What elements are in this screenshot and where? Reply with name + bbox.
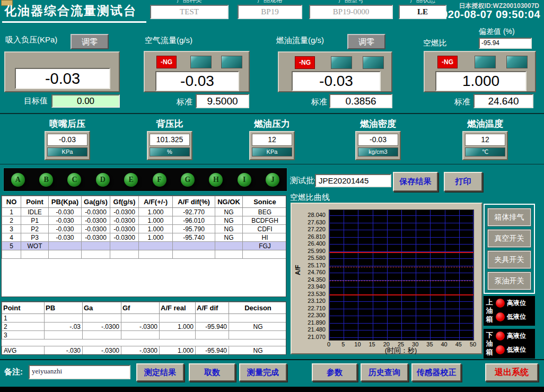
fuel-flow-zero-button[interactable]: 调零	[347, 34, 385, 49]
status-ball-J: J	[266, 173, 279, 187]
gauge-value-display: 101.325	[150, 134, 190, 146]
x-tick-label: 5	[337, 341, 349, 347]
gridline	[329, 210, 330, 340]
tank-name: 上油箱	[485, 298, 494, 324]
indicator-light	[190, 56, 212, 68]
measure-result-button[interactable]: 测定结果	[136, 363, 184, 381]
column-header: Decison	[229, 302, 287, 314]
cell: HI	[243, 233, 287, 242]
measure-complete-button[interactable]: 测量完成	[239, 363, 287, 381]
cell	[215, 242, 243, 250]
indicator-light	[331, 56, 352, 69]
af-ratio-std-label: 标准	[454, 97, 470, 107]
gauge-frame: 101.325%	[147, 131, 192, 160]
tank-high-row: 高液位	[496, 332, 526, 341]
fuel-flow-std-label: 标准	[311, 97, 327, 107]
y-tick-label: 27.630	[294, 219, 326, 225]
target-value-field[interactable]: 0.00	[51, 94, 120, 108]
tank-low-label: 低液位	[507, 312, 526, 321]
table-row[interactable]: 4P3-0.030-0.0300-0.03001.000-95.740NGHI	[2, 233, 287, 242]
remark-input[interactable]: yeiyuanzhi	[29, 365, 130, 379]
exit-system-button[interactable]: 退出系统	[485, 363, 538, 381]
column-header: A/F dif(%)	[173, 196, 215, 208]
fuel-flow-label: 燃油流量(g/s)	[276, 36, 324, 46]
column-header: NG/OK	[215, 196, 243, 208]
y-tick-label: 27.220	[294, 226, 326, 232]
table-row[interactable]: 2P1-0.030-0.0300-0.03001.000-96.010NGBCD…	[2, 216, 287, 225]
y-tick-label: 25.580	[294, 255, 326, 261]
print-button[interactable]: 打印	[444, 172, 482, 191]
vacuum-switch-button[interactable]: 真空开关	[488, 230, 531, 247]
batch-number-input[interactable]: JPE20201445	[315, 174, 391, 187]
gridline	[401, 210, 402, 340]
product-field[interactable]: 产品规格BP19	[238, 5, 302, 19]
gauge-value-display: 12	[465, 134, 505, 146]
cell: NG	[215, 208, 243, 216]
gridline	[358, 210, 358, 340]
sensor-calibrate-button[interactable]: 传感器校正	[411, 363, 461, 381]
cell: -0.0300	[82, 216, 110, 225]
cell: -92.770	[173, 208, 215, 216]
air-flow-std-field[interactable]: 9.5000	[196, 94, 249, 108]
oil-pump-switch-button[interactable]: 泵油开关	[488, 272, 531, 290]
fuel-flow-std-field[interactable]: 0.3856	[329, 94, 392, 108]
y-tick-label: 25.170	[294, 262, 326, 268]
gridline	[344, 210, 344, 340]
table-row[interactable]: 3P2-0.030-0.0300-0.03001.000-95.790NGCDF…	[2, 225, 287, 233]
cell: WOT	[21, 242, 49, 250]
cell: NG	[215, 216, 243, 225]
gauge-unit-bar: %	[150, 147, 190, 156]
save-result-button[interactable]: 保存结果	[393, 172, 438, 191]
valve-group: 箱体排气真空开关夹具开关泵油开关	[484, 204, 535, 294]
history-query-button[interactable]: 历史查询	[361, 363, 408, 381]
gauge-label: 燃油密度	[325, 118, 431, 130]
indicator-light	[506, 56, 528, 68]
suction-zero-button[interactable]: 调零	[71, 34, 109, 49]
af-ratio-std-field[interactable]: 24.640	[473, 94, 533, 108]
cell: -0.0300	[110, 216, 139, 225]
status-ball-E: E	[124, 173, 138, 187]
table-row[interactable]: 1IDLE-0.030-0.0300-0.03001.000-92.770NGB…	[2, 208, 287, 216]
table-row[interactable]	[2, 250, 287, 259]
table-row[interactable]: 3	[2, 331, 287, 339]
product-field-label: 产品规格	[257, 0, 283, 5]
gauge-value-display: -0.03	[47, 134, 87, 146]
suction-label: 吸入负压(KPa)	[5, 35, 57, 45]
params-button[interactable]: 参数	[312, 363, 357, 381]
table-row[interactable]: AVG-.030-.0300-.03001.000-95.940NG	[2, 346, 287, 355]
lower-table: PointPBGaGfA/F realA/F difDecison12-.03-…	[1, 301, 286, 355]
gauge-frame: 12KPa	[249, 131, 295, 160]
af-ratio-panel: -NG 1.000	[424, 51, 536, 92]
table-row[interactable]: 1	[2, 314, 287, 323]
status-ball-C: C	[67, 173, 81, 187]
air-flow-label: 空气流量(g/s)	[145, 36, 192, 46]
column-header: Point	[2, 302, 45, 314]
cell	[196, 331, 229, 339]
cell: 1.000	[139, 233, 173, 242]
deviation-value-field[interactable]: -95.94	[479, 38, 532, 49]
test-bench-screen: 化油器综合流量测试台 产品种类TEST产品规格BP19产品型号BP19-0000…	[0, 0, 544, 392]
cell	[229, 314, 287, 323]
cell	[45, 314, 83, 323]
gauge-unit-bar: ℃	[465, 147, 505, 156]
x-tick-label: 0	[322, 341, 335, 347]
take-data-button[interactable]: 取数	[189, 363, 235, 381]
af-ratio-value-display: 1.000	[435, 71, 527, 91]
column-header: Gf	[121, 302, 160, 314]
tank-name: 下油箱	[485, 331, 494, 356]
cell	[160, 314, 196, 323]
fixture-switch-button[interactable]: 夹具开关	[488, 251, 531, 268]
table-row[interactable]: 2-.03-.0300-.03001.000-95.940NG	[2, 323, 287, 331]
gauge-value-display: -0.03	[358, 134, 398, 146]
cell: 1.000	[139, 216, 173, 225]
product-field[interactable]: 产品种类TEST	[150, 5, 229, 19]
target-label: 目标值	[24, 96, 48, 106]
box-exhaust-button[interactable]: 箱体排气	[488, 208, 531, 226]
gauge-unit-bar: KPa	[252, 147, 292, 156]
tank-high-label: 高液位	[507, 332, 526, 341]
product-field[interactable]: 产品型号BP19-0000	[309, 5, 393, 19]
cell: 1.000	[139, 225, 173, 233]
cell: -0.0300	[110, 225, 139, 233]
cell	[21, 250, 49, 259]
table-row[interactable]: 5WOTFGJ	[2, 242, 287, 250]
